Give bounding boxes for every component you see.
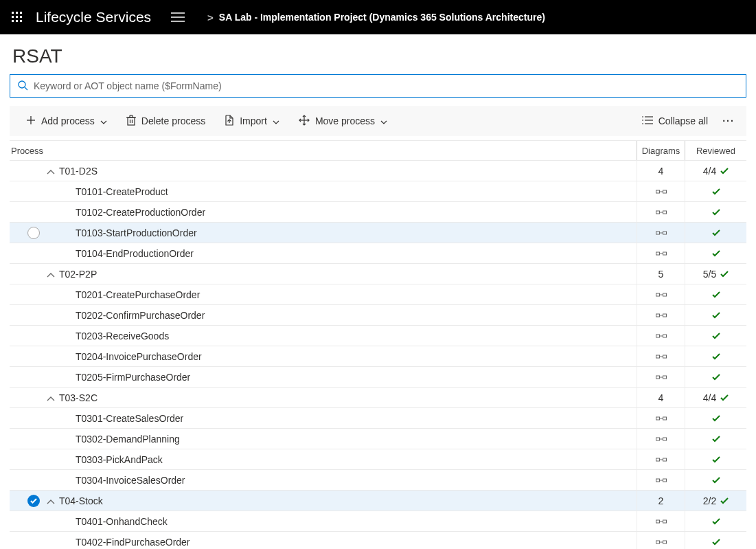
process-row[interactable]: T04-Stock22/2 (10, 491, 746, 511)
process-row[interactable]: T0202-ConfirmPurchaseOrder (10, 305, 746, 326)
check-icon (720, 392, 729, 403)
collapse-caret-icon[interactable] (47, 495, 55, 506)
diagrams-cell[interactable] (637, 511, 685, 531)
flow-icon[interactable] (656, 248, 667, 259)
process-row[interactable]: T0304-InvoiceSalesOrder (10, 470, 746, 491)
process-grid: Process Diagrams Reviewed T01-D2S44/4T01… (10, 140, 746, 549)
diagrams-cell[interactable] (637, 284, 685, 304)
diagrams-cell[interactable] (637, 346, 685, 366)
diagrams-cell[interactable]: 2 (637, 491, 685, 511)
search-box[interactable] (10, 74, 746, 98)
diagrams-cell[interactable] (637, 449, 685, 469)
process-label: T0205-FirmPurchaseOrder (10, 372, 190, 383)
diagrams-cell[interactable] (637, 408, 685, 428)
delete-process-button[interactable]: Delete process (117, 106, 215, 136)
svg-rect-45 (663, 293, 666, 296)
diagrams-cell[interactable] (637, 181, 685, 201)
process-row[interactable]: T03-S2C44/4 (10, 388, 746, 408)
check-icon (712, 186, 720, 197)
process-row[interactable]: T0301-CreateSalesOrder (10, 408, 746, 429)
process-row[interactable]: T0401-OnhandCheck (10, 511, 746, 532)
flow-icon[interactable] (656, 330, 667, 341)
process-row[interactable]: T0302-DemandPlanning (10, 429, 746, 449)
svg-rect-69 (663, 479, 666, 482)
flow-icon[interactable] (656, 434, 667, 445)
diagrams-cell[interactable]: 4 (637, 388, 685, 407)
diagrams-cell[interactable] (637, 470, 685, 490)
collapse-all-button[interactable]: Collapse all (632, 106, 718, 136)
flow-icon[interactable] (656, 227, 667, 238)
add-process-button[interactable]: Add process (16, 106, 117, 136)
process-row[interactable]: T0303-PickAndPack (10, 449, 746, 470)
col-diagrams[interactable]: Diagrams (637, 141, 685, 160)
flow-icon[interactable] (656, 454, 667, 465)
flow-icon[interactable] (656, 372, 667, 383)
diagrams-cell[interactable] (637, 223, 685, 243)
hamburger-icon[interactable] (161, 0, 195, 34)
svg-rect-8 (20, 20, 22, 22)
row-selector-checked[interactable] (27, 495, 40, 507)
waffle-icon[interactable] (0, 0, 34, 34)
svg-rect-59 (656, 417, 659, 420)
svg-rect-74 (656, 541, 659, 544)
import-button[interactable]: Import (215, 106, 289, 136)
collapse-caret-icon[interactable] (47, 269, 55, 280)
diagrams-cell[interactable] (637, 202, 685, 222)
move-process-button[interactable]: Move process (289, 106, 397, 136)
process-row[interactable]: T0102-CreateProductionOrder (10, 202, 746, 223)
top-bar: Lifecycle Services > SA Lab - Implementa… (0, 0, 756, 34)
svg-rect-2 (20, 12, 22, 14)
toolbar: Add process Delete process Import Move p… (10, 106, 746, 136)
process-row[interactable]: T02-P2P55/5 (10, 264, 746, 284)
process-label: T0303-PickAndPack (10, 454, 163, 465)
flow-icon[interactable] (656, 289, 667, 300)
process-row[interactable]: T0402-FindPurchaseOrder (10, 532, 746, 549)
reviewed-cell (685, 223, 746, 243)
flow-icon[interactable] (656, 537, 667, 548)
check-icon (712, 248, 720, 259)
flow-icon[interactable] (656, 186, 667, 197)
flow-icon[interactable] (656, 351, 667, 362)
process-label: T0101-CreateProduct (10, 186, 168, 197)
reviewed-count: 2/2 (703, 495, 716, 506)
col-reviewed[interactable]: Reviewed (685, 141, 746, 160)
process-row[interactable]: T0103-StartProductionOrder (10, 223, 746, 243)
flow-icon[interactable] (656, 413, 667, 424)
diagrams-cell[interactable] (637, 243, 685, 263)
svg-rect-48 (663, 314, 666, 317)
chevron-down-icon (100, 115, 107, 126)
process-row[interactable]: T0204-InvoicePurchaseOrder (10, 346, 746, 367)
process-row[interactable]: T0203-ReceiveGoods (10, 326, 746, 346)
check-icon (712, 537, 720, 548)
flow-icon[interactable] (656, 475, 667, 486)
more-button[interactable]: ··· (718, 115, 740, 126)
flow-icon[interactable] (656, 207, 667, 218)
diagrams-cell[interactable]: 5 (637, 264, 685, 284)
diagrams-cell[interactable]: 4 (637, 161, 685, 181)
flow-icon[interactable] (656, 516, 667, 527)
diagrams-cell[interactable] (637, 305, 685, 325)
svg-rect-1 (16, 12, 18, 14)
diagrams-cell[interactable] (637, 532, 685, 549)
brand-title[interactable]: Lifecycle Services (34, 9, 161, 25)
process-label: T0102-CreateProductionOrder (10, 207, 205, 218)
process-row[interactable]: T0104-EndProductionOrder (10, 243, 746, 264)
svg-rect-65 (656, 458, 659, 461)
flow-icon[interactable] (656, 310, 667, 321)
breadcrumb[interactable]: SA Lab - Implementation Project (Dynamic… (219, 12, 545, 23)
row-selector[interactable] (27, 227, 40, 239)
diagrams-cell[interactable] (637, 367, 685, 387)
diagrams-cell[interactable] (637, 429, 685, 449)
collapse-caret-icon[interactable] (47, 392, 55, 403)
col-process[interactable]: Process (10, 146, 637, 156)
collapse-caret-icon[interactable] (47, 166, 55, 177)
reviewed-cell (685, 511, 746, 531)
diagrams-cell[interactable] (637, 326, 685, 346)
process-row[interactable]: T0101-CreateProduct (10, 181, 746, 202)
check-icon (712, 475, 720, 486)
process-row[interactable]: T0205-FirmPurchaseOrder (10, 367, 746, 388)
search-input[interactable] (28, 80, 739, 92)
process-row[interactable]: T0201-CreatePurchaseOrder (10, 284, 746, 305)
reviewed-cell (685, 532, 746, 549)
process-row[interactable]: T01-D2S44/4 (10, 161, 746, 181)
